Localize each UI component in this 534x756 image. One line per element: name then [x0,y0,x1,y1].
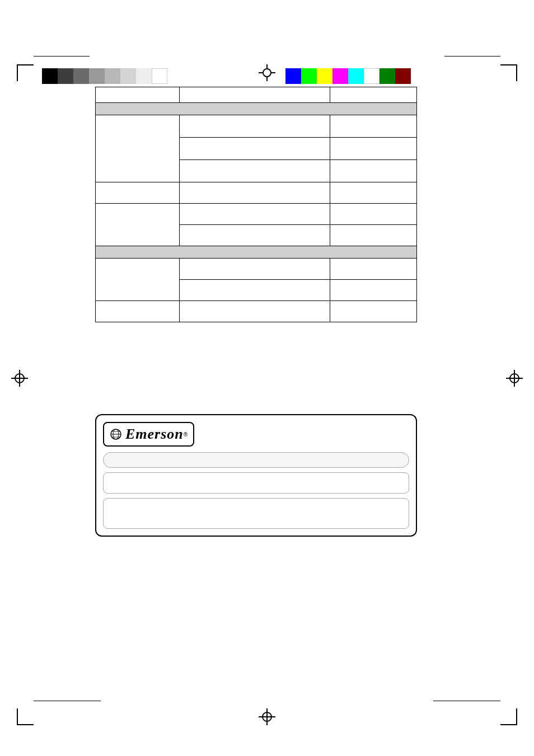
col3-cell-3a [330,204,417,225]
col1-header [96,87,180,103]
col1-cell-2 [96,182,180,204]
table-row [96,182,417,204]
table-section-header [96,103,417,115]
crosshair-right-circle [509,373,519,383]
c-swatch-5 [348,68,364,84]
crosshair-top-circle [263,68,271,77]
crosshair-left-circle [15,373,25,383]
col2-cell-4b [179,280,330,301]
crosshair-top-center [259,64,275,81]
emerson-box: Emerson® [95,414,417,537]
section-header-cell [96,103,417,115]
crosshair-bottom-center [259,708,275,725]
color-bar [285,68,411,84]
col2-cell-1b [179,138,330,160]
bottom-line-right [433,701,500,701]
gs-swatch-4 [89,68,105,84]
col1-cell-5 [96,301,180,322]
col2-cell-3a [179,204,330,225]
emerson-wordmark: Emerson [125,426,184,443]
c-swatch-6 [364,68,380,84]
col3-cell-4b [330,280,417,301]
col2-cell-1c [179,160,330,182]
gs-swatch-2 [58,68,73,84]
reg-corner-tl [17,64,34,81]
c-swatch-7 [380,68,395,84]
col1-cell-3 [96,204,180,246]
col3-cell-5 [330,301,417,322]
col3-cell-1c [330,160,417,182]
gs-swatch-1 [42,68,58,84]
col3-cell-1a [330,115,417,138]
reg-corner-bl [17,708,34,725]
col2-cell-4a [179,259,330,280]
col3-cell-1b [330,138,417,160]
top-bar-area [0,34,534,62]
col2-cell-3b [179,225,330,246]
emerson-bar2 [103,472,409,494]
c-swatch-2 [301,68,317,84]
c-swatch-3 [317,68,332,84]
table-header-row [96,87,417,103]
c-swatch-4 [332,68,348,84]
c-swatch-1 [285,68,301,84]
reg-corner-br [500,708,517,725]
gs-swatch-7 [136,68,152,84]
top-line-right [444,56,500,57]
table-row [96,115,417,138]
table-row [96,204,417,225]
col2-cell-2 [179,182,330,204]
reg-corner-tr-wrap [500,64,517,81]
emerson-globe-icon [110,428,122,440]
col1-cell-1 [96,115,180,182]
bottom-line-left [34,701,101,701]
col3-cell-4a [330,259,417,280]
top-line-left [34,56,90,57]
col2-cell-5 [179,301,330,322]
col1-cell-4 [96,259,180,301]
crosshair-bottom-circle [262,712,272,722]
col2-cell-1a [179,115,330,138]
col2-header [179,87,330,103]
col3-cell-2 [330,182,417,204]
col3-cell-3b [330,225,417,246]
gs-swatch-6 [120,68,136,84]
table-row [96,301,417,322]
gs-swatch-3 [73,68,89,84]
gs-swatch-8 [152,68,167,84]
emerson-logo: Emerson® [103,422,194,447]
main-table [95,87,417,322]
table-row [96,259,417,280]
reg-corner-tr [500,64,517,81]
table-section-header-2 [96,246,417,259]
section-header-cell-2 [96,246,417,259]
crosshair-right [506,370,523,387]
emerson-suffix: ® [184,431,188,438]
c-swatch-8 [395,68,411,84]
emerson-bar1 [103,452,409,468]
emerson-bar3 [103,498,409,529]
col3-header [330,87,417,103]
crosshair-left [11,370,28,387]
grayscale-bar [42,68,167,84]
gs-swatch-5 [105,68,120,84]
